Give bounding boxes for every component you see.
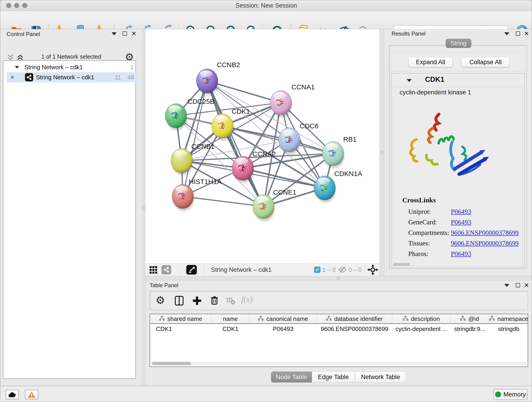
main-toolbar: ? xyxy=(0,11,532,29)
crosslink-value[interactable]: 9606.ENSP00000378699 xyxy=(451,240,519,247)
warning-icon xyxy=(28,391,36,398)
crosslink-value[interactable]: P06493 xyxy=(451,208,471,216)
cloud-button[interactable] xyxy=(6,390,19,400)
hidden-eye-icon xyxy=(338,266,347,274)
status-bar: Memory xyxy=(0,386,532,402)
collapse-all-chevron-icon[interactable] xyxy=(7,54,14,61)
cloud-icon xyxy=(8,392,16,398)
cell-namespace[interactable]: stringdb xyxy=(489,324,528,333)
node-label-HIST1H1A: HIST1H1A xyxy=(189,178,222,185)
float-panel-icon[interactable] xyxy=(123,32,127,36)
network-canvas[interactable]: CCNB2CCNA1CDC25BCDK1CDC6RB1CCNB1CCNA2CDK… xyxy=(146,29,380,263)
table-panel-title: Table Panel xyxy=(150,282,178,288)
splitter-handle[interactable] xyxy=(142,206,146,210)
selected-checkbox-icon[interactable] xyxy=(314,267,321,273)
column-header-canonical-name[interactable]: canonical name xyxy=(249,314,317,323)
crosslink-label: GeneCard: xyxy=(408,218,451,226)
network-share-view-icon[interactable] xyxy=(162,265,171,274)
cell-database-identifier[interactable]: 9606.ENSP00000378699 xyxy=(317,324,392,333)
edge-count: 48 xyxy=(127,74,134,81)
crosslink-label: Compartments: xyxy=(408,229,451,236)
tree-expand-icon[interactable] xyxy=(15,66,19,68)
splitter-handle[interactable] xyxy=(336,276,340,280)
tab-network-table[interactable]: Network Table xyxy=(355,371,406,383)
float-panel-icon[interactable] xyxy=(516,283,520,287)
grid-view-icon[interactable] xyxy=(149,266,158,275)
network-selection-summary: 1 of 1 Network selected xyxy=(28,53,115,60)
show-columns-icon[interactable] xyxy=(174,295,184,307)
network-node-CCNB2[interactable]: CCNB2 xyxy=(196,61,240,96)
table-header-row: shared namenamecanonical namedatabase id… xyxy=(150,314,528,324)
vertical-splitter-right[interactable] xyxy=(380,29,384,276)
column-header-name[interactable]: name xyxy=(211,314,249,323)
control-panel-title: Control Panel xyxy=(7,31,40,37)
node-label-CCNB1: CCNB1 xyxy=(191,143,215,150)
string-network-icon xyxy=(25,73,33,81)
network-node-CCNA1[interactable]: CCNA1 xyxy=(270,83,315,117)
fit-crosshair-icon[interactable] xyxy=(367,264,378,276)
network-node-HIST1H1A[interactable]: HIST1H1A xyxy=(172,178,222,211)
cell--id[interactable]: stringdb:9... xyxy=(450,324,489,333)
table-hscrollbar-thumb[interactable] xyxy=(152,362,191,365)
node-label-CDK1: CDK1 xyxy=(232,108,250,115)
entry-body: cyclin-dependent kinase 1 CrossLin xyxy=(393,87,523,266)
network-collection-row[interactable]: String Network – cdk1 1 xyxy=(7,62,139,72)
expand-all-chevron-icon[interactable] xyxy=(16,54,24,61)
network-view-toolbar: String Network – cdk1 1 – 0 0 – 0 xyxy=(146,263,380,276)
collapse-panel-icon[interactable] xyxy=(504,284,509,287)
cell-canonical-name[interactable]: P06493 xyxy=(249,324,317,333)
node-label-CCNA1: CCNA1 xyxy=(291,83,315,91)
network-node-CCNE1[interactable]: CCNE1 xyxy=(253,188,297,221)
function-builder-icon-disabled: f(x) xyxy=(241,294,253,304)
crosslink-value[interactable]: 9606.ENSP00000378699 xyxy=(451,229,519,236)
collapse-panel-icon[interactable] xyxy=(504,32,509,35)
crosslink-value[interactable]: P06493 xyxy=(451,218,471,226)
network-label: String Network – cdk1 xyxy=(36,74,94,81)
network-node-CDC6[interactable]: CDC6 xyxy=(279,122,318,154)
protein-structure-image xyxy=(405,107,492,183)
table-row[interactable]: CDK1CDK1P064939606.ENSP00000378699cyclin… xyxy=(150,324,528,333)
node-label-CCNE1: CCNE1 xyxy=(273,188,297,196)
close-panel-icon[interactable]: ✕ xyxy=(524,283,529,288)
entry-collapse-icon[interactable] xyxy=(407,79,412,82)
float-panel-icon[interactable] xyxy=(516,32,520,36)
results-tab-string[interactable]: String xyxy=(446,39,471,48)
tab-edge-table[interactable]: Edge Table xyxy=(312,371,355,383)
network-node-CDKN1A[interactable]: CDKN1A xyxy=(314,170,362,203)
collapse-all-button[interactable]: Collapse All xyxy=(462,57,510,67)
network-row-selected[interactable]: String Network – cdk1 11 48 xyxy=(7,72,139,82)
network-node-RB1[interactable]: RB1 xyxy=(322,135,356,168)
table-settings-gear-icon[interactable]: ⚙ xyxy=(156,294,165,306)
crosslink-row: Pharos:P06493 xyxy=(393,249,523,259)
add-column-icon[interactable] xyxy=(192,295,202,307)
birds-eye-view-icon[interactable] xyxy=(186,265,197,274)
warning-button[interactable] xyxy=(25,390,38,400)
horizontal-splitter[interactable] xyxy=(146,276,532,280)
column-header-shared-name[interactable]: shared name xyxy=(150,314,211,323)
column-header-database-identifier[interactable]: database identifier xyxy=(317,314,392,323)
collapse-panel-icon[interactable] xyxy=(112,32,117,35)
column-label: canonical name xyxy=(266,315,308,322)
tab-node-table[interactable]: Node Table xyxy=(271,371,312,383)
column-label: description xyxy=(411,315,440,322)
cell-description[interactable]: cyclin-dependent ... xyxy=(392,324,450,333)
delete-column-icon[interactable] xyxy=(209,295,220,306)
memory-button[interactable]: Memory xyxy=(494,389,527,400)
close-panel-icon[interactable]: ✕ xyxy=(131,32,137,36)
hidden-counts: 0 – 0 xyxy=(348,264,362,276)
mini-scrollbar[interactable] xyxy=(394,263,410,266)
vertical-splitter-left[interactable] xyxy=(142,29,146,386)
column-header-description[interactable]: description xyxy=(392,314,450,323)
cell-shared-name[interactable]: CDK1 xyxy=(150,324,211,333)
crosslink-value[interactable]: P06493 xyxy=(451,250,471,258)
table-hscrollbar-track[interactable] xyxy=(151,361,527,366)
expand-all-button[interactable]: Expand All xyxy=(408,57,453,67)
splitter-handle[interactable] xyxy=(380,151,384,154)
cell-name[interactable]: CDK1 xyxy=(211,324,249,333)
column-header--id[interactable]: @id xyxy=(450,314,489,323)
column-header-namespace[interactable]: namespace xyxy=(489,314,528,323)
close-panel-icon[interactable]: ✕ xyxy=(524,32,529,36)
namespace-tree-icon xyxy=(460,315,466,322)
selected-counts: 1 – 0 xyxy=(322,264,336,276)
crosslink-row: Tissues:9606.ENSP00000378699 xyxy=(393,238,523,249)
